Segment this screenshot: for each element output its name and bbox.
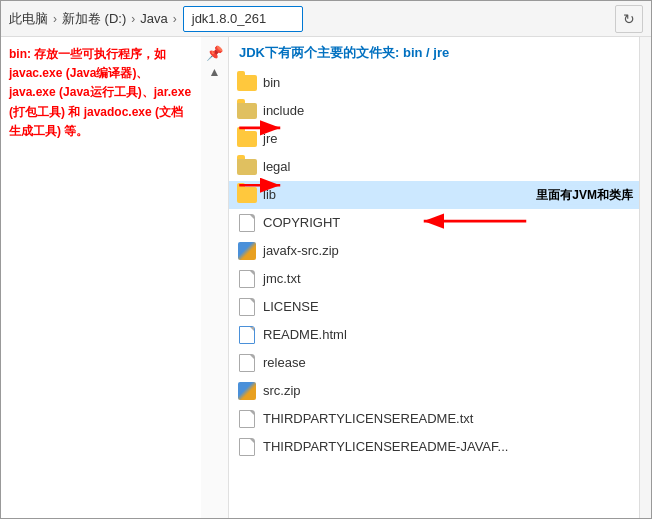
lib-annotation: 里面有JVM和类库 (532, 185, 637, 204)
html-icon (237, 325, 257, 345)
nav-sidebar: 📌 ▲ (201, 37, 229, 518)
file-list-header-annotation: JDK下有两个主要的文件夹: bin / jre (229, 37, 639, 69)
list-item[interactable]: THIRDPARTYLICENSEREADME-JAVAF... (229, 433, 639, 461)
folder-icon (237, 73, 257, 93)
file-name: javafx-src.zip (263, 243, 339, 258)
breadcrumb-sep-1: › (53, 12, 57, 26)
javafx-icon (237, 241, 257, 261)
file-name: THIRDPARTYLICENSEREADME-JAVAF... (263, 439, 508, 454)
main-content: bin: 存放一些可执行程序，如javac.exe (Java编译器)、java… (1, 37, 651, 518)
breadcrumb-sep-3: › (173, 12, 177, 26)
file-name: jmc.txt (263, 271, 301, 286)
breadcrumb-sep-2: › (131, 12, 135, 26)
list-item[interactable]: COPYRIGHT (229, 209, 639, 237)
file-name: include (263, 103, 304, 118)
breadcrumb: 此电脑 › 新加卷 (D:) › Java › (9, 10, 179, 28)
address-bar: 此电脑 › 新加卷 (D:) › Java › jdk1.8.0_261 ↻ (1, 1, 651, 37)
file-explorer-window: 此电脑 › 新加卷 (D:) › Java › jdk1.8.0_261 ↻ b… (0, 0, 652, 519)
doc-icon (237, 353, 257, 373)
folder-icon (237, 101, 257, 121)
list-item[interactable]: javafx-src.zip (229, 237, 639, 265)
file-name: lib (263, 187, 276, 202)
pin-icon[interactable]: 📌 (206, 45, 223, 61)
list-item[interactable]: jmc.txt (229, 265, 639, 293)
list-item[interactable]: bin (229, 69, 639, 97)
file-name: README.html (263, 327, 347, 342)
file-name: legal (263, 159, 290, 174)
doc-icon (237, 213, 257, 233)
list-item[interactable]: lib 里面有JVM和类库 (229, 181, 639, 209)
file-name: THIRDPARTYLICENSEREADME.txt (263, 411, 473, 426)
file-name: jre (263, 131, 277, 146)
scrollbar[interactable] (639, 37, 651, 518)
srczip-icon (237, 381, 257, 401)
refresh-icon: ↻ (623, 11, 635, 27)
bin-annotation: bin: 存放一些可执行程序，如javac.exe (Java编译器)、java… (9, 45, 193, 141)
file-name: COPYRIGHT (263, 215, 340, 230)
scroll-up-icon[interactable]: ▲ (209, 65, 221, 79)
left-annotation-panel: bin: 存放一些可执行程序，如javac.exe (Java编译器)、java… (1, 37, 201, 518)
file-name: LICENSE (263, 299, 319, 314)
list-item[interactable]: src.zip (229, 377, 639, 405)
address-input[interactable]: jdk1.8.0_261 (183, 6, 303, 32)
doc-icon (237, 437, 257, 457)
list-item[interactable]: legal (229, 153, 639, 181)
list-item[interactable]: README.html (229, 321, 639, 349)
file-name: bin (263, 75, 280, 90)
list-item[interactable]: THIRDPARTYLICENSEREADME.txt (229, 405, 639, 433)
file-name: src.zip (263, 383, 301, 398)
file-list: JDK下有两个主要的文件夹: bin / jre bin include (229, 37, 639, 518)
folder-icon (237, 129, 257, 149)
refresh-button[interactable]: ↻ (615, 5, 643, 33)
list-item[interactable]: jre (229, 125, 639, 153)
address-current-path: jdk1.8.0_261 (192, 11, 266, 26)
breadcrumb-this-pc[interactable]: 此电脑 (9, 10, 48, 28)
doc-icon (237, 409, 257, 429)
breadcrumb-drive[interactable]: 新加卷 (D:) (62, 10, 126, 28)
doc-icon (237, 269, 257, 289)
file-name: release (263, 355, 306, 370)
breadcrumb-java[interactable]: Java (140, 11, 167, 26)
list-item[interactable]: release (229, 349, 639, 377)
folder-icon (237, 185, 257, 205)
folder-icon (237, 157, 257, 177)
list-item[interactable]: LICENSE (229, 293, 639, 321)
doc-icon (237, 297, 257, 317)
list-item[interactable]: include (229, 97, 639, 125)
